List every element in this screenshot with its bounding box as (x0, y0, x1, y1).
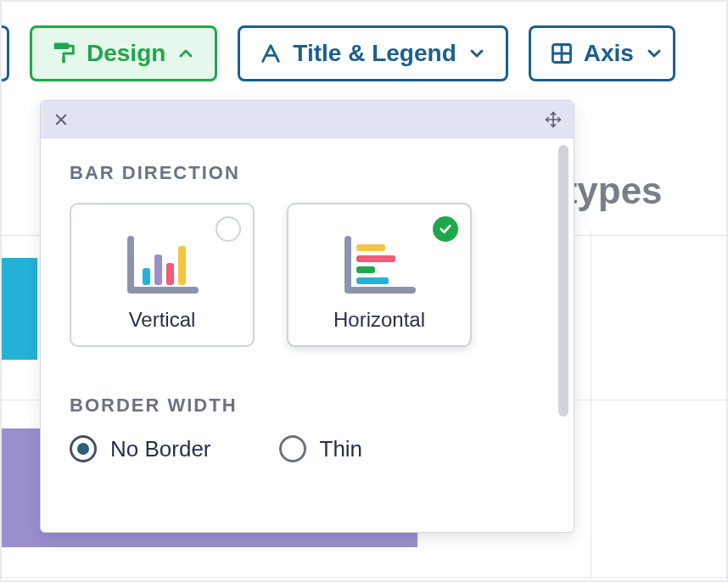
radio-unselected-icon (279, 435, 306, 462)
no-border-label: No Border (110, 436, 211, 462)
svg-rect-15 (356, 266, 375, 273)
border-width-thin-option[interactable]: Thin (279, 435, 363, 462)
svg-rect-0 (54, 43, 70, 50)
paint-roller-icon (51, 41, 76, 66)
border-width-none-option[interactable]: No Border (70, 435, 211, 462)
bar-direction-heading: BAR DIRECTION (70, 162, 545, 184)
svg-rect-14 (356, 255, 395, 262)
svg-rect-10 (154, 255, 162, 285)
panel-header[interactable] (41, 101, 574, 138)
bar-direction-horizontal-option[interactable]: Horizontal (287, 203, 472, 347)
bar-direction-vertical-option[interactable]: Vertical (70, 203, 255, 347)
thin-label: Thin (320, 436, 363, 462)
svg-rect-12 (178, 246, 186, 285)
radio-unselected-icon (216, 216, 241, 242)
vertical-bar-chart-icon (124, 230, 200, 301)
horizontal-bar-chart-icon (341, 230, 417, 301)
scrollbar[interactable] (558, 145, 568, 417)
title-legend-button-label: Title & Legend (293, 40, 456, 67)
check-selected-icon (433, 216, 458, 242)
svg-rect-16 (356, 277, 389, 284)
svg-rect-11 (166, 263, 174, 285)
svg-rect-1 (62, 57, 65, 64)
letter-a-icon (259, 42, 283, 65)
svg-rect-9 (143, 268, 150, 285)
design-button[interactable]: Design (30, 25, 217, 81)
design-panel: BAR DIRECTION Vertical (40, 100, 574, 533)
chart-bar (2, 258, 37, 360)
chevron-down-icon (644, 43, 664, 64)
border-width-heading: BORDER WIDTH (70, 395, 545, 417)
axis-button-label: Axis (584, 40, 634, 67)
chevron-down-icon (467, 43, 487, 64)
grid-icon (550, 42, 574, 65)
axis-button[interactable]: Axis (529, 25, 675, 81)
design-button-label: Design (87, 40, 165, 67)
chevron-up-icon (176, 43, 196, 64)
horizontal-option-label: Horizontal (333, 308, 425, 332)
title-legend-button[interactable]: Title & Legend (238, 25, 507, 81)
svg-rect-13 (356, 244, 385, 251)
chart-config-toolbar: Design Title & Legend Axis (0, 0, 728, 81)
toolbar-button-prev-partial[interactable] (0, 25, 9, 81)
move-icon[interactable] (543, 109, 563, 130)
close-icon[interactable] (51, 109, 71, 130)
vertical-option-label: Vertical (129, 308, 196, 332)
radio-selected-icon (70, 435, 97, 462)
